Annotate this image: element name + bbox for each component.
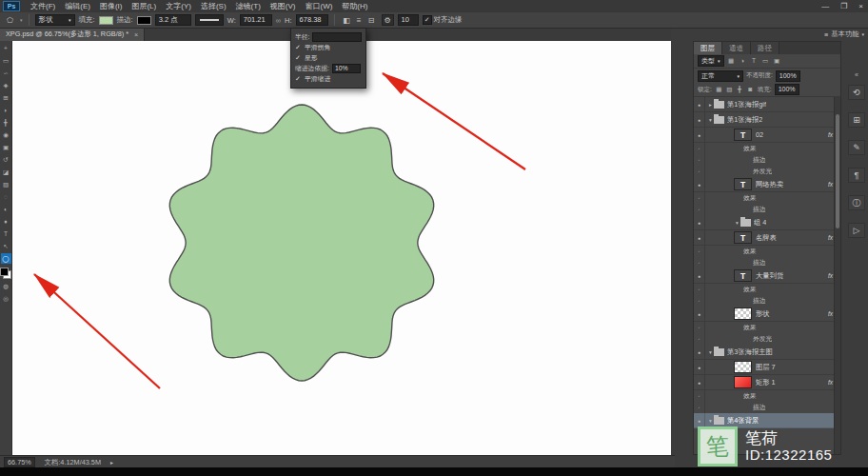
layer-row[interactable]: ●T名牌表fx: [694, 230, 840, 246]
eyedropper-tool[interactable]: ◗: [1, 105, 11, 115]
stroke-color-swatch[interactable]: [137, 16, 151, 25]
eye-icon[interactable]: ◦: [694, 154, 705, 166]
triangle-open-icon[interactable]: ▾: [707, 349, 714, 355]
triangle-open-icon[interactable]: ▾: [707, 418, 714, 424]
effect-row[interactable]: ◦外发光: [694, 166, 840, 177]
eye-icon[interactable]: ◦: [694, 143, 705, 154]
triangle-open-icon[interactable]: ▾: [707, 117, 714, 123]
menu-文件[interactable]: 文件(F): [26, 0, 60, 12]
character-panel-icon[interactable]: ✎: [848, 140, 865, 155]
triangle-open-icon[interactable]: ▾: [734, 220, 740, 226]
menu-帮助[interactable]: 帮助(H): [337, 0, 372, 12]
layer-row[interactable]: ●T网络热卖fx: [694, 177, 840, 192]
text-layer-thumbnail[interactable]: T: [734, 269, 752, 282]
crop-tool[interactable]: ⊞: [1, 92, 11, 103]
effect-row[interactable]: ◦描边: [694, 295, 840, 307]
lasso-tool[interactable]: ∽: [1, 68, 11, 78]
tab-路径[interactable]: 路径: [751, 42, 779, 54]
hand-tool[interactable]: ◍: [1, 281, 11, 291]
close-button[interactable]: ×: [858, 0, 863, 12]
restore-button[interactable]: ❐: [840, 0, 847, 12]
actions-panel-icon[interactable]: ▷: [848, 223, 865, 238]
width-field[interactable]: 701.21: [240, 14, 272, 26]
layer-thumbnail[interactable]: [734, 376, 752, 388]
height-field[interactable]: 678.38: [296, 14, 328, 26]
sides-field[interactable]: 10: [398, 14, 419, 26]
smooth-corners-option[interactable]: ✓ 平滑拐角: [295, 42, 362, 52]
eye-icon[interactable]: ●: [694, 268, 705, 283]
shape-tool[interactable]: ◯: [1, 253, 11, 264]
canvas[interactable]: [12, 41, 671, 455]
eye-icon[interactable]: ◦: [694, 390, 705, 402]
menu-选择[interactable]: 选择(S): [196, 0, 231, 12]
tool-mode-select[interactable]: 形状▾: [35, 14, 75, 26]
path-select-tool[interactable]: ↖: [1, 241, 11, 251]
eye-icon[interactable]: ●: [694, 413, 705, 427]
layer-row[interactable]: ●▾第3张海报主图: [694, 345, 840, 360]
menu-窗口[interactable]: 窗口(W): [300, 0, 337, 12]
eye-icon[interactable]: ●: [694, 128, 705, 142]
status-caret-icon[interactable]: ▸: [110, 459, 113, 466]
effect-row[interactable]: ◦描边: [694, 402, 840, 413]
menu-图像[interactable]: 图像(I): [95, 0, 128, 12]
effect-row[interactable]: ◦效果: [694, 143, 840, 154]
info-panel-icon[interactable]: ⓘ: [848, 195, 865, 210]
stroke-type-select[interactable]: [195, 14, 224, 26]
eraser-tool[interactable]: ◪: [1, 167, 11, 177]
filter-icon-0[interactable]: ▦: [727, 57, 736, 65]
menu-编辑[interactable]: 编辑(E): [60, 0, 95, 12]
gear-settings-icon[interactable]: ⚙: [382, 14, 394, 26]
tab-通道[interactable]: 通道: [722, 42, 751, 54]
menu-文字[interactable]: 文字(Y): [161, 0, 196, 12]
dodge-tool[interactable]: ◐: [1, 204, 11, 214]
menu-视图[interactable]: 视图(V): [266, 0, 301, 12]
effect-row[interactable]: ◦效果: [694, 322, 840, 333]
eye-icon[interactable]: ●: [694, 112, 705, 127]
type-tool[interactable]: T: [1, 228, 11, 239]
filter-icon-2[interactable]: T: [750, 57, 759, 65]
layer-row[interactable]: ●矩形 1fx: [694, 375, 840, 390]
eye-icon[interactable]: ◦: [694, 295, 705, 307]
effect-row[interactable]: ◦效果: [694, 284, 840, 295]
path-op-icon-1[interactable]: ≡: [353, 14, 365, 26]
eye-icon[interactable]: ◦: [694, 204, 705, 215]
clone-stamp-tool[interactable]: ▣: [1, 142, 11, 152]
triangle-closed-icon[interactable]: ▸: [707, 102, 714, 108]
history-panel-icon[interactable]: ⟲: [848, 85, 865, 100]
brush-tool[interactable]: ◉: [1, 129, 11, 140]
text-layer-thumbnail[interactable]: T: [734, 129, 752, 141]
align-edges-checkbox[interactable]: ✓ 对齐边缘: [423, 15, 463, 25]
fill-color-swatch[interactable]: [99, 16, 113, 25]
workspace-switcher[interactable]: ≡ 基本功能 ▾: [824, 29, 864, 40]
expand-panels-icon[interactable]: «: [855, 71, 858, 78]
eye-icon[interactable]: ◦: [694, 166, 705, 177]
document-tab[interactable]: XPG.psd @ 66.75%(多边形 1, RGB/8) * ×: [0, 28, 145, 41]
indent-sides-input[interactable]: 10%: [332, 64, 361, 73]
filter-icon-3[interactable]: ▭: [761, 57, 770, 65]
eye-icon[interactable]: ◦: [694, 246, 705, 257]
quick-select-tool[interactable]: ◈: [1, 80, 11, 90]
eye-icon[interactable]: ●: [694, 215, 705, 229]
eye-icon[interactable]: ●: [694, 97, 705, 111]
opacity-field[interactable]: 100%: [776, 70, 800, 82]
layer-filter-select[interactable]: 类型▾: [698, 55, 724, 67]
eye-icon[interactable]: ●: [694, 375, 705, 389]
healing-brush-tool[interactable]: ╋: [1, 117, 11, 128]
layer-row[interactable]: ●▾第1张海报2: [694, 112, 840, 128]
fx-badge[interactable]: fx: [825, 234, 833, 241]
layer-row[interactable]: ●▾组 4: [694, 215, 840, 230]
path-op-icon-2[interactable]: ⊟: [365, 14, 378, 26]
lock-icon-2[interactable]: ╋: [736, 86, 744, 93]
blend-mode-select[interactable]: 正常▾: [698, 70, 743, 82]
eye-icon[interactable]: ◦: [694, 284, 705, 295]
zoom-tool[interactable]: ◎: [1, 293, 11, 304]
link-dimensions-icon[interactable]: ∞: [276, 16, 281, 25]
eye-icon[interactable]: ◦: [694, 402, 705, 413]
lock-icon-1[interactable]: ▨: [725, 86, 734, 93]
zoom-level-field[interactable]: 66.75%: [4, 457, 35, 467]
tab-图层[interactable]: 图层: [694, 42, 722, 54]
layer-thumbnail[interactable]: [734, 361, 752, 373]
stroke-width-field[interactable]: 3.2 点: [155, 14, 191, 26]
effect-row[interactable]: ◦效果: [694, 390, 840, 402]
lock-icon-0[interactable]: ▦: [715, 86, 723, 93]
